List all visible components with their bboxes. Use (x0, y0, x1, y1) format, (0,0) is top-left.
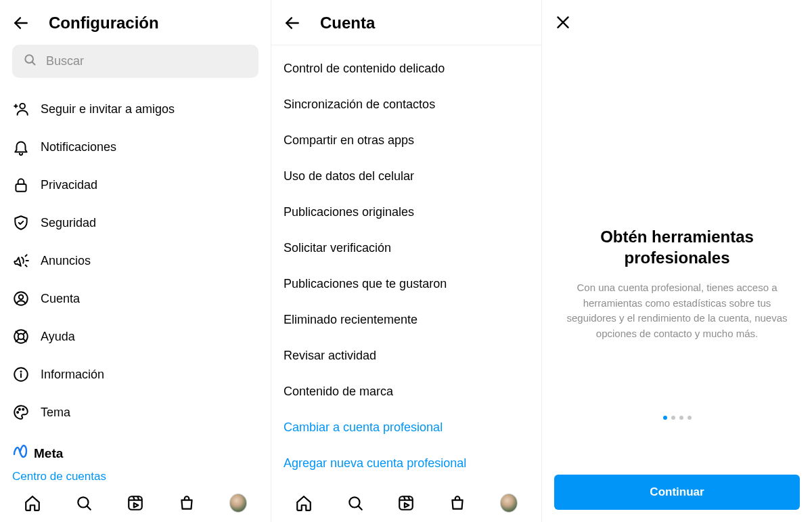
menu-item-label: Seguir e invitar a amigos (41, 102, 175, 116)
account-item-recently-deleted[interactable]: Eliminado recientemente (284, 302, 529, 338)
megaphone-icon (12, 252, 30, 269)
bottom-nav (271, 484, 541, 522)
account-top-bar: Cuenta (284, 0, 529, 45)
menu-item-label: Anuncios (41, 254, 91, 268)
svg-point-20 (20, 371, 21, 372)
home-icon[interactable] (295, 494, 313, 512)
palette-icon (12, 404, 30, 421)
settings-top-bar: Configuración (12, 0, 258, 45)
lock-icon (12, 176, 30, 194)
account-item-branded-content[interactable]: Contenido de marca (284, 374, 529, 410)
menu-item-account[interactable]: Cuenta (12, 280, 258, 318)
menu-item-privacy[interactable]: Privacidad (12, 166, 258, 204)
reels-icon[interactable] (127, 494, 144, 512)
svg-rect-6 (16, 184, 26, 192)
menu-item-theme[interactable]: Tema (12, 393, 258, 431)
back-arrow-icon[interactable] (12, 14, 30, 32)
account-item-sensitive-content[interactable]: Control de contenido delicado (284, 51, 529, 87)
page-dots (663, 416, 692, 420)
menu-item-label: Seguridad (41, 216, 96, 230)
meta-logo-icon (12, 443, 28, 463)
search-box[interactable] (12, 45, 258, 78)
profile-avatar[interactable] (229, 494, 247, 512)
info-icon (12, 366, 30, 383)
meta-label: Meta (34, 446, 63, 461)
settings-menu: Seguir e invitar a amigos Notificaciones… (12, 90, 258, 431)
account-title: Cuenta (320, 14, 375, 32)
account-item-cellular-data[interactable]: Uso de datos del celular (284, 158, 529, 194)
switch-professional-link[interactable]: Cambiar a cuenta profesional (284, 410, 529, 445)
menu-item-label: Privacidad (41, 178, 97, 192)
search-input[interactable] (46, 54, 248, 68)
svg-line-2 (32, 62, 35, 65)
menu-item-info[interactable]: Información (12, 355, 258, 393)
svg-line-33 (359, 506, 362, 510)
add-professional-link[interactable]: Agregar nueva cuenta profesional (284, 445, 529, 481)
menu-item-label: Tema (41, 406, 70, 420)
meta-brand-row: Meta (12, 443, 258, 463)
svg-point-21 (17, 412, 18, 413)
dot-3 (679, 416, 683, 420)
account-item-contacts-sync[interactable]: Sincronización de contactos (284, 87, 529, 123)
menu-item-notifications[interactable]: Notificaciones (12, 128, 258, 166)
profile-avatar[interactable] (500, 494, 518, 512)
account-item-review-activity[interactable]: Revisar actividad (284, 338, 529, 374)
close-icon[interactable] (554, 14, 572, 31)
accounts-center-link[interactable]: Centro de cuentas (12, 470, 258, 483)
professional-description: Con una cuenta profesional, tienes acces… (561, 280, 793, 341)
menu-item-follow-invite[interactable]: Seguir e invitar a amigos (12, 90, 258, 128)
bottom-nav (0, 484, 271, 522)
svg-point-23 (22, 409, 24, 410)
bell-icon (12, 138, 30, 156)
menu-item-ads[interactable]: Anuncios (12, 242, 258, 280)
home-icon[interactable] (24, 494, 41, 512)
menu-item-label: Información (41, 368, 104, 382)
settings-title: Configuración (49, 14, 159, 32)
continue-button[interactable]: Continuar (554, 475, 800, 510)
back-arrow-icon[interactable] (284, 14, 301, 32)
professional-tools-panel: Obtén herramientas profesionales Con una… (541, 0, 812, 522)
menu-item-label: Cuenta (41, 292, 80, 306)
search-icon (23, 53, 37, 70)
svg-point-3 (20, 104, 25, 109)
professional-body: Obtén herramientas profesionales Con una… (554, 43, 800, 475)
svg-line-9 (26, 265, 27, 267)
account-item-liked-posts[interactable]: Publicaciones que te gustaron (284, 266, 529, 302)
dot-4 (687, 416, 692, 420)
svg-point-11 (19, 295, 24, 300)
shield-icon (12, 214, 30, 232)
account-item-request-verification[interactable]: Solicitar verificación (284, 230, 529, 266)
svg-marker-30 (134, 503, 139, 508)
user-circle-icon (12, 290, 30, 307)
professional-top-bar (554, 0, 800, 43)
reels-icon[interactable] (397, 494, 415, 512)
account-panel: Cuenta Control de contenido delicado Sin… (271, 0, 541, 522)
lifebuoy-icon (12, 328, 30, 345)
settings-panel: Configuración Seguir e invitar a amigos … (0, 0, 271, 522)
svg-marker-38 (405, 503, 409, 508)
dot-2 (671, 416, 675, 420)
menu-item-security[interactable]: Seguridad (12, 204, 258, 242)
svg-point-22 (19, 409, 20, 410)
search-nav-icon[interactable] (75, 494, 93, 512)
account-item-original-posts[interactable]: Publicaciones originales (284, 194, 529, 230)
search-nav-icon[interactable] (346, 494, 364, 512)
professional-title: Obtén herramientas profesionales (561, 226, 793, 268)
menu-item-label: Notificaciones (41, 140, 116, 154)
shop-icon[interactable] (178, 494, 196, 512)
dot-1 (663, 416, 667, 420)
svg-line-7 (26, 255, 27, 256)
shop-icon[interactable] (449, 494, 466, 512)
account-item-share-apps[interactable]: Compartir en otras apps (284, 123, 529, 158)
menu-item-help[interactable]: Ayuda (12, 318, 258, 355)
menu-item-label: Ayuda (41, 330, 75, 344)
account-menu: Control de contenido delicado Sincroniza… (284, 45, 529, 481)
add-friend-icon (12, 100, 30, 118)
svg-line-25 (87, 506, 91, 510)
